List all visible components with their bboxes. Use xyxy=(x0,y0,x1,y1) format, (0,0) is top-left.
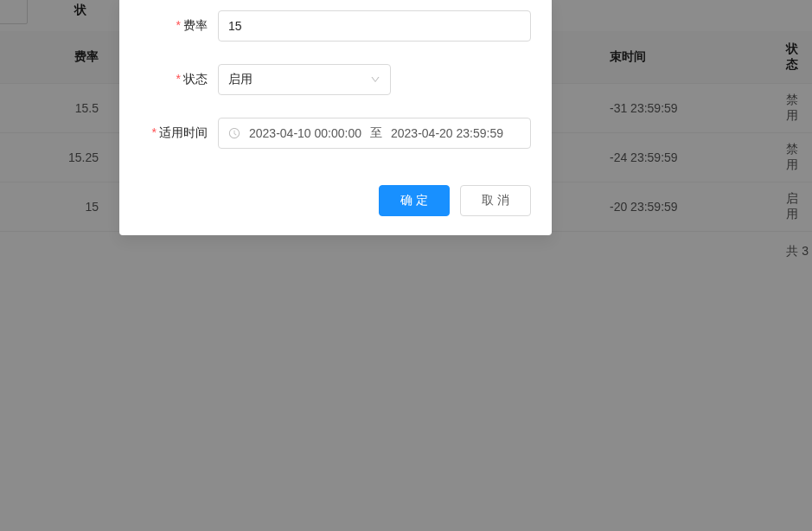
status-select-value: 启用 xyxy=(228,72,253,87)
status-select[interactable]: 启用 xyxy=(218,64,391,95)
clock-icon xyxy=(228,127,240,139)
rate-label: *费率 xyxy=(140,18,218,34)
time-range-picker[interactable]: 2023-04-10 00:00:00 至 2023-04-20 23:59:5… xyxy=(218,118,531,149)
modal-footer: 确定 取消 xyxy=(140,185,531,216)
required-asterisk-icon: * xyxy=(152,125,157,139)
status-label-text: 状态 xyxy=(183,72,208,86)
confirm-button[interactable]: 确定 xyxy=(379,185,450,216)
time-label: *适用时间 xyxy=(140,125,218,141)
required-asterisk-icon: * xyxy=(176,18,181,32)
rate-input[interactable] xyxy=(218,10,531,42)
form-row-time: *适用时间 2023-04-10 00:00:00 至 2023-04-20 2… xyxy=(140,118,531,149)
cancel-button[interactable]: 取消 xyxy=(460,185,531,216)
status-label: *状态 xyxy=(140,72,218,87)
required-asterisk-icon: * xyxy=(176,72,181,86)
range-separator: 至 xyxy=(370,125,382,141)
range-start-value: 2023-04-10 00:00:00 xyxy=(249,126,361,140)
range-end-value: 2023-04-20 23:59:59 xyxy=(391,126,503,140)
time-label-text: 适用时间 xyxy=(159,125,208,139)
chevron-down-icon xyxy=(370,74,380,85)
form-row-rate: *费率 xyxy=(140,10,531,42)
rate-label-text: 费率 xyxy=(183,18,208,32)
edit-modal: *费率 *状态 启用 *适用时间 2023- xyxy=(119,0,552,235)
form-row-status: *状态 启用 xyxy=(140,64,531,95)
